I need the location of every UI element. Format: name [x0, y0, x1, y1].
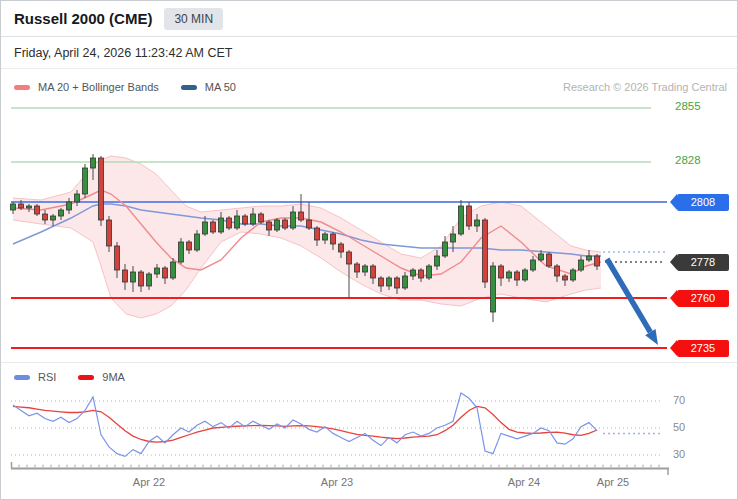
legend-ma20-bollinger: MA 20 + Bollinger Bands — [14, 81, 159, 93]
rsi-legend: RSI 9MA — [1, 367, 737, 387]
panel-divider — [1, 362, 737, 363]
x-axis-label-apr-25: Apr 25 — [597, 476, 629, 488]
rsi-swatch-icon — [14, 375, 30, 380]
chart-label-layer: 285528282808277827602735705030Apr 22Apr … — [1, 1, 738, 500]
research-credit: Research © 2026 Trading Central — [563, 81, 727, 93]
x-axis-label-apr-23: Apr 23 — [321, 476, 353, 488]
legend-ma50-label: MA 50 — [205, 81, 236, 93]
legend-rsi-item: RSI — [14, 371, 56, 383]
legend-9ma-label: 9MA — [102, 371, 125, 383]
ma50-swatch-icon — [181, 85, 197, 90]
price-label-2828: 2828 — [675, 154, 701, 166]
legend-9ma-item: 9MA — [78, 371, 125, 383]
rsi-guide-label-30: 30 — [673, 448, 699, 460]
x-axis-label-apr-22: Apr 22 — [133, 476, 165, 488]
chart-datetime: Friday, April 24, 2026 11:23:42 AM CET — [1, 37, 737, 69]
legend-rsi-label: RSI — [38, 371, 56, 383]
price-badge-2760: 2760 — [677, 290, 729, 307]
price-and-rsi-chart — [1, 1, 738, 500]
bearish-arrow-head — [645, 329, 658, 345]
legend-ma20-label: MA 20 + Bollinger Bands — [38, 81, 159, 93]
ma50-line — [13, 204, 601, 256]
nine-ma-swatch-icon — [78, 375, 94, 380]
candles — [11, 154, 600, 322]
bollinger-upper-edge — [13, 156, 601, 258]
price-badge-2778: 2778 — [677, 254, 729, 271]
bollinger-lower-edge — [13, 220, 601, 318]
x-axis-label-apr-24: Apr 24 — [508, 476, 540, 488]
ma20-line — [13, 190, 601, 276]
rsi-guide-label-70: 70 — [673, 394, 699, 406]
instrument-title: Russell 2000 (CME) — [14, 10, 152, 27]
trading-central-chart-widget: Russell 2000 (CME) 30 MIN Friday, April … — [0, 0, 738, 500]
legend-ma50: MA 50 — [181, 81, 236, 93]
price-label-2855: 2855 — [675, 100, 701, 112]
rsi-line — [13, 393, 597, 456]
bearish-arrow-shaft — [607, 259, 650, 332]
rsi-9ma-line — [13, 406, 597, 442]
rsi-guide-label-50: 50 — [673, 421, 699, 433]
ma20-swatch-icon — [14, 85, 30, 90]
price-badge-2808: 2808 — [677, 194, 729, 211]
title-bar: Russell 2000 (CME) 30 MIN — [1, 1, 737, 37]
timeframe-badge: 30 MIN — [164, 8, 223, 30]
price-badge-2735: 2735 — [677, 340, 729, 357]
